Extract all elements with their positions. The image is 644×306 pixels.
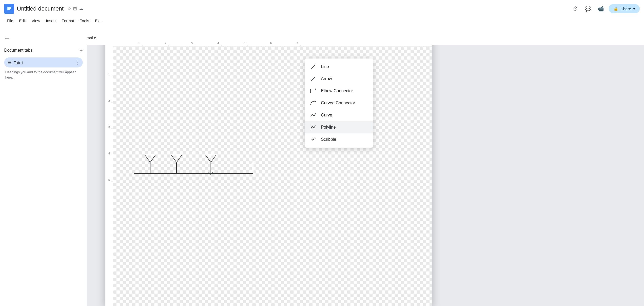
menu-extensions[interactable]: Ex... bbox=[92, 17, 105, 24]
svg-text:6: 6 bbox=[270, 42, 272, 45]
share-button[interactable]: 🔒 Share ▾ bbox=[609, 4, 640, 13]
scribble-label: Scribble bbox=[321, 137, 336, 142]
arrow-label: Arrow bbox=[321, 76, 332, 81]
line-icon bbox=[310, 64, 316, 70]
top-bar: Untitled document ☆ ⊟ ☁ ⏱ 💬 📹 🔒 Share ▾ … bbox=[0, 0, 644, 31]
dropdown-item-scribble[interactable]: Scribble bbox=[305, 133, 373, 145]
drawing-canvas-wrapper: 1 2 3 4 5 6 7 1 2 bbox=[105, 40, 432, 306]
docs-app-icon bbox=[4, 4, 14, 14]
curve-icon bbox=[310, 112, 316, 118]
dropdown-item-polyline[interactable]: Polyline bbox=[305, 121, 373, 133]
polyline-label: Polyline bbox=[321, 125, 336, 130]
tab-doc-icon: ☰ bbox=[7, 60, 11, 65]
svg-marker-36 bbox=[171, 155, 182, 162]
svg-marker-35 bbox=[145, 155, 155, 162]
star-icon[interactable]: ☆ bbox=[67, 6, 71, 12]
svg-point-40 bbox=[315, 89, 316, 90]
curved-connector-label: Curved Connector bbox=[321, 101, 355, 105]
svg-rect-1 bbox=[7, 7, 11, 8]
menu-view[interactable]: View bbox=[29, 17, 43, 24]
ruler-horizontal: 1 2 3 4 5 6 7 bbox=[113, 40, 432, 47]
tab-more-icon[interactable]: ⋮ bbox=[75, 60, 80, 65]
sidebar-title-text: Document tabs bbox=[4, 48, 33, 53]
svg-text:7: 7 bbox=[296, 42, 298, 45]
curve-label: Curve bbox=[321, 113, 332, 118]
add-tab-button[interactable]: + bbox=[79, 47, 83, 54]
doc-title: Untitled document bbox=[17, 5, 64, 12]
top-right: ⏱ 💬 📹 🔒 Share ▾ bbox=[571, 4, 640, 13]
curved-connector-icon bbox=[310, 100, 316, 106]
comments-icon[interactable]: 💬 bbox=[583, 4, 593, 13]
folder-icon[interactable]: ⊟ bbox=[73, 6, 77, 12]
menu-insert[interactable]: Insert bbox=[43, 17, 58, 24]
line-dropdown-menu: Line Arrow bbox=[305, 59, 373, 148]
svg-text:4: 4 bbox=[108, 152, 110, 155]
drawing-modal: Drawing Auto-saved at 8:06:24 PM Save an… bbox=[105, 0, 432, 306]
svg-text:4: 4 bbox=[217, 42, 219, 45]
back-arrow-icon: ← bbox=[4, 35, 10, 42]
svg-rect-2 bbox=[7, 8, 11, 9]
tab-1-label: Tab 1 bbox=[14, 60, 72, 65]
menu-edit[interactable]: Edit bbox=[16, 17, 28, 24]
sidebar: ← Document tabs + ☰ Tab 1 ⋮ Headings you… bbox=[0, 31, 87, 306]
sidebar-back-button[interactable]: ← bbox=[4, 35, 83, 42]
svg-marker-37 bbox=[206, 155, 216, 162]
cloud-icon[interactable]: ☁ bbox=[79, 6, 83, 12]
menu-file[interactable]: File bbox=[4, 17, 16, 24]
line-label: Line bbox=[321, 64, 329, 69]
elbow-icon bbox=[310, 88, 316, 94]
history-icon[interactable]: ⏱ bbox=[571, 4, 580, 13]
svg-text:2: 2 bbox=[165, 42, 166, 45]
sidebar-title: Document tabs + bbox=[4, 47, 83, 54]
share-chevron-icon: ▾ bbox=[633, 7, 635, 11]
svg-text:1: 1 bbox=[138, 42, 140, 45]
arrow-icon bbox=[310, 76, 316, 82]
svg-text:3: 3 bbox=[191, 42, 193, 45]
svg-line-38 bbox=[311, 65, 315, 69]
menu-tools[interactable]: Tools bbox=[77, 17, 92, 24]
svg-text:5: 5 bbox=[244, 42, 245, 45]
title-icons: ☆ ⊟ ☁ bbox=[67, 6, 83, 12]
svg-rect-3 bbox=[7, 9, 10, 10]
menu-format[interactable]: Format bbox=[59, 17, 77, 24]
sidebar-tab-1[interactable]: ☰ Tab 1 ⋮ bbox=[4, 57, 83, 67]
polyline-icon bbox=[310, 124, 316, 130]
ruler-corner bbox=[105, 40, 113, 47]
dropdown-item-curved-connector[interactable]: Curved Connector bbox=[305, 97, 373, 109]
lock-icon: 🔒 bbox=[613, 6, 618, 11]
meet-icon[interactable]: 📹 bbox=[596, 4, 606, 13]
elbow-label: Elbow Connector bbox=[321, 89, 353, 93]
dropdown-item-elbow[interactable]: Elbow Connector bbox=[305, 85, 373, 97]
share-label: Share bbox=[621, 7, 631, 11]
dropdown-item-line[interactable]: Line bbox=[305, 61, 373, 73]
menu-row: File Edit View Insert Format Tools Ex... bbox=[0, 16, 644, 25]
dropdown-item-arrow[interactable]: Arrow bbox=[305, 73, 373, 85]
dropdown-item-curve[interactable]: Curve bbox=[305, 109, 373, 121]
scribble-icon bbox=[310, 137, 316, 142]
sidebar-hint: Headings you add to the document will ap… bbox=[4, 70, 83, 80]
svg-text:3: 3 bbox=[108, 125, 110, 129]
svg-text:2: 2 bbox=[108, 99, 110, 102]
drawing-content bbox=[113, 47, 432, 306]
ruler-vertical: 1 2 3 4 5 bbox=[105, 47, 113, 306]
svg-point-41 bbox=[315, 101, 316, 102]
svg-text:1: 1 bbox=[108, 73, 110, 76]
svg-text:5: 5 bbox=[108, 178, 110, 181]
title-row: Untitled document ☆ ⊟ ☁ ⏱ 💬 📹 🔒 Share ▾ bbox=[0, 0, 644, 16]
svg-line-39 bbox=[311, 77, 315, 81]
style-chevron: ▾ bbox=[94, 36, 96, 40]
